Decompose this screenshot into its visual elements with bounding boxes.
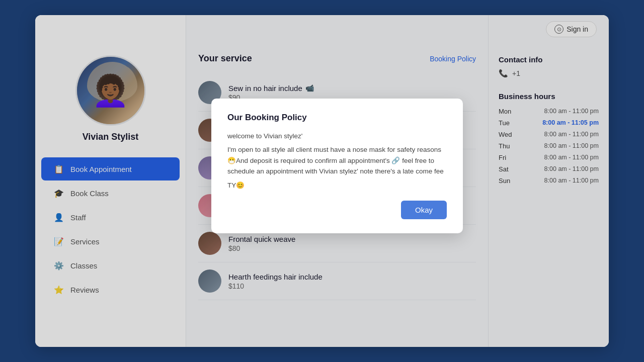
modal-title: Our Booking Policy (227, 113, 447, 123)
modal-line2: I'm open to all style all client must ha… (227, 144, 447, 177)
modal-overlay: Our Booking Policy welcome to Vivian sty… (35, 15, 609, 347)
okay-button[interactable]: Okay (401, 201, 447, 219)
modal-line1: welcome to Vivian stylez' (227, 131, 447, 142)
modal-footer: Okay (227, 201, 447, 219)
modal-body: welcome to Vivian stylez' I'm open to al… (227, 131, 447, 191)
app-container: ⊙ Sign in Vivian Stylist 📋 Book Appointm… (35, 15, 609, 347)
modal-line3: TY😊 (227, 180, 447, 191)
booking-policy-modal: Our Booking Policy welcome to Vivian sty… (211, 99, 463, 234)
